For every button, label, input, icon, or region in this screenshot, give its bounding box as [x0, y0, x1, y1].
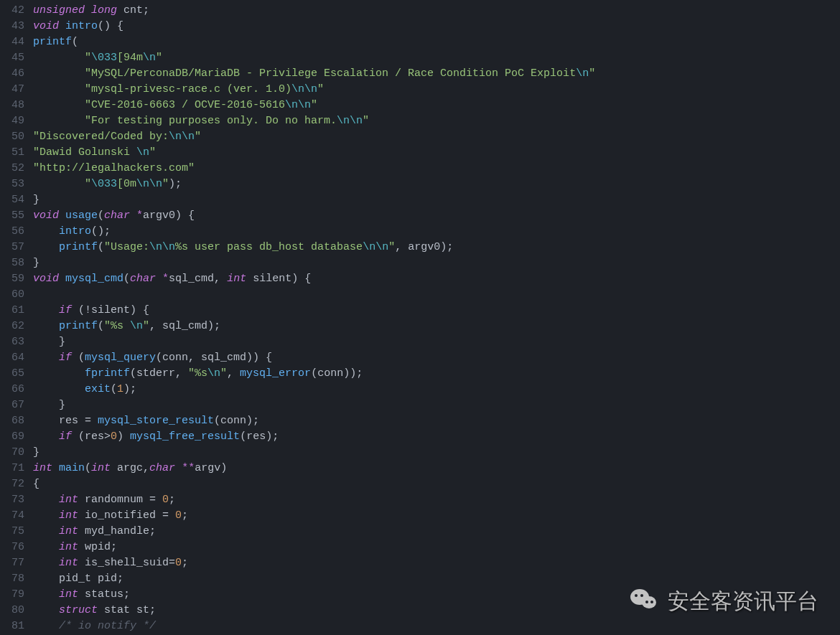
token-kw: void — [33, 20, 59, 32]
token-str: "CVE-2016-6663 / OCVE-2016-5616 — [85, 99, 285, 111]
token-pn — [52, 462, 59, 474]
watermark-text: 安全客资讯平台 — [668, 593, 818, 609]
token-pn — [33, 115, 85, 127]
code-line[interactable]: void mysql_cmd(char *sql_cmd, int silent… — [33, 271, 840, 287]
token-pn: (conn, sql_cmd)) { — [156, 352, 272, 364]
line-number: 50 — [0, 129, 24, 145]
line-number: 49 — [0, 113, 24, 129]
code-line[interactable]: res = mysql_store_result(conn); — [33, 413, 840, 429]
code-line[interactable]: int main(int argc,char **argv) — [33, 461, 840, 476]
code-line[interactable]: "MySQL/PerconaDB/MariaDB - Privilege Esc… — [33, 66, 840, 82]
token-pn — [130, 210, 136, 222]
code-line[interactable]: int io_notified = 0; — [33, 508, 840, 524]
code-line[interactable]: if (res>0) mysql_free_result(res); — [33, 429, 840, 445]
token-ptr: * — [136, 210, 143, 222]
line-number: 54 — [0, 192, 24, 208]
token-pn: () { — [98, 20, 123, 32]
token-fn: mysql_query — [85, 352, 156, 364]
code-line[interactable]: if (mysql_query(conn, sql_cmd)) { — [33, 350, 840, 366]
token-str: " — [149, 146, 156, 159]
code-line[interactable]: pid_t pid; — [33, 571, 840, 587]
code-line[interactable]: } — [33, 255, 840, 271]
token-pn: , argv0); — [395, 241, 453, 253]
code-line[interactable]: } — [33, 192, 840, 208]
token-esc: \n\n — [291, 83, 317, 95]
code-line[interactable] — [33, 287, 840, 303]
token-pn: > — [104, 431, 111, 443]
code-line[interactable]: } — [33, 334, 840, 350]
token-pn: (res — [72, 431, 104, 443]
code-line[interactable]: "\033[0m\n\n"); — [33, 177, 840, 192]
token-pn: stat st; — [98, 604, 156, 616]
token-pn: , sql_cmd); — [149, 320, 220, 332]
token-pn: io_notified = — [78, 509, 175, 522]
token-pn: ) — [117, 431, 130, 443]
wechat-icon — [630, 589, 661, 613]
code-line[interactable]: "mysql-privesc-race.c (ver. 1.0)\n\n" — [33, 82, 840, 98]
token-pn: ( — [72, 352, 85, 364]
line-number: 78 — [0, 571, 24, 587]
code-line[interactable]: "Dawid Golunski \n" — [33, 145, 840, 161]
code-line[interactable]: "Discovered/Coded by:\n\n" — [33, 129, 840, 145]
line-number: 58 — [0, 255, 24, 271]
code-line[interactable]: "CVE-2016-6663 / OCVE-2016-5616\n\n" — [33, 98, 840, 113]
code-line[interactable]: "For testing purposes only. Do no harm.\… — [33, 113, 840, 129]
code-line[interactable]: "http://legalhackers.com" — [33, 161, 840, 177]
code-line[interactable]: int is_shell_suid=0; — [33, 555, 840, 571]
code-line[interactable]: unsigned long cnt; — [33, 3, 840, 19]
code-line[interactable]: int myd_handle; — [33, 524, 840, 540]
code-editor[interactable]: 4243444546474849505152535455565758596061… — [0, 0, 840, 635]
line-number: 61 — [0, 303, 24, 319]
token-pn: ( — [98, 241, 104, 253]
line-number: 76 — [0, 540, 24, 555]
token-kw: int — [59, 494, 78, 506]
code-line[interactable]: if (!silent) { — [33, 303, 840, 319]
code-line[interactable]: "\033[94m\n" — [33, 50, 840, 66]
code-line[interactable]: printf("Usage:\n\n%s user pass db_host d… — [33, 240, 840, 255]
token-esc: \n\n — [285, 99, 311, 111]
token-pn — [33, 320, 59, 332]
code-line[interactable]: fprintf(stderr, "%s\n", mysql_error(conn… — [33, 366, 840, 382]
token-esc: \n — [576, 67, 589, 80]
code-line[interactable]: { — [33, 476, 840, 492]
code-line[interactable]: int wpid; — [33, 540, 840, 555]
line-number: 73 — [0, 492, 24, 508]
token-esc: \n\n — [136, 178, 162, 190]
token-pn: ( — [111, 383, 117, 395]
line-number: 72 — [0, 476, 24, 492]
line-number: 57 — [0, 240, 24, 255]
token-pn: ); — [123, 383, 136, 395]
code-line[interactable]: void usage(char *argv0) { — [33, 208, 840, 224]
token-str: " — [85, 178, 91, 190]
token-pn: wpid; — [78, 541, 117, 553]
code-line[interactable]: /* io notify */ — [33, 618, 840, 634]
line-number: 42 — [0, 3, 24, 19]
code-area[interactable]: unsigned long cnt;void intro() {printf( … — [33, 0, 840, 635]
code-line[interactable]: int randomnum = 0; — [33, 492, 840, 508]
token-str: " — [311, 99, 317, 111]
code-line[interactable]: } — [33, 445, 840, 461]
token-cmt: /* io notify */ — [59, 620, 156, 632]
code-line[interactable]: void intro() { — [33, 19, 840, 34]
token-str: " — [162, 178, 169, 190]
token-kw: char — [149, 462, 175, 474]
code-line[interactable]: intro(); — [33, 224, 840, 240]
token-pn: ( — [123, 273, 130, 285]
code-line[interactable]: } — [33, 398, 840, 413]
token-pn: res = — [33, 415, 98, 427]
token-str: "Dawid Golunski — [33, 146, 136, 159]
token-pn: ; — [169, 494, 175, 506]
code-line[interactable]: exit(1); — [33, 382, 840, 398]
token-pn: pid_t pid; — [33, 573, 123, 585]
token-kw: int — [227, 273, 246, 285]
token-pn — [59, 273, 65, 285]
token-pn — [33, 352, 59, 364]
token-fn: usage — [65, 210, 98, 222]
line-number: 65 — [0, 366, 24, 382]
watermark: 安全客资讯平台 — [630, 589, 818, 613]
code-line[interactable]: printf( — [33, 34, 840, 50]
token-str: "mysql-privesc-race.c (ver. 1.0) — [85, 83, 291, 95]
token-pn: argc, — [111, 462, 149, 474]
code-line[interactable]: printf("%s \n", sql_cmd); — [33, 319, 840, 334]
token-pn: } — [33, 257, 39, 269]
